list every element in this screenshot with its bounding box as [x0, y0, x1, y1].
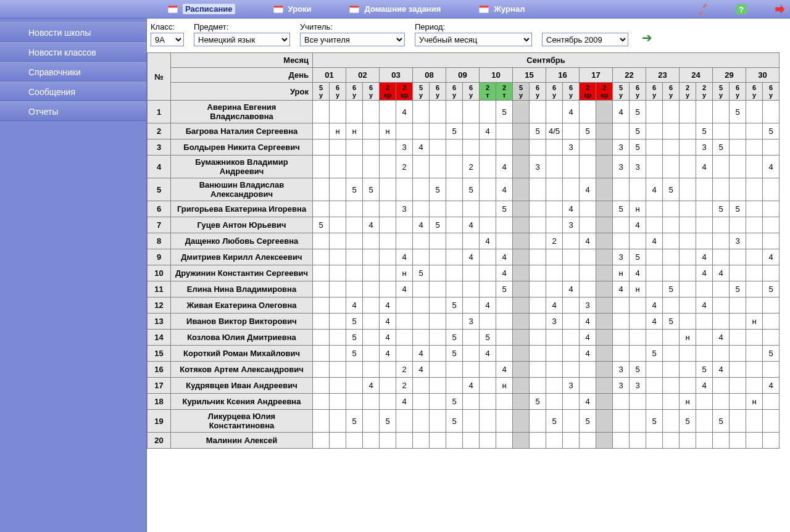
- grade-cell[interactable]: 4/5: [546, 123, 563, 139]
- grade-cell[interactable]: 2: [396, 156, 413, 178]
- grade-cell[interactable]: 5: [696, 362, 713, 378]
- grade-cell[interactable]: [746, 297, 763, 314]
- grade-cell[interactable]: [396, 123, 413, 139]
- grade-cell[interactable]: 5: [630, 123, 646, 139]
- grade-cell[interactable]: [546, 249, 563, 265]
- grade-cell[interactable]: [530, 265, 546, 281]
- grade-cell[interactable]: 4: [463, 217, 480, 233]
- grade-cell[interactable]: 4: [413, 139, 430, 156]
- grade-cell[interactable]: [413, 201, 430, 217]
- grade-cell[interactable]: [463, 297, 480, 314]
- grade-cell[interactable]: [596, 156, 613, 178]
- grade-cell[interactable]: [413, 378, 430, 394]
- grade-cell[interactable]: [680, 281, 696, 297]
- grade-cell[interactable]: [413, 101, 430, 123]
- grade-cell[interactable]: [480, 314, 496, 330]
- grade-cell[interactable]: [596, 394, 613, 410]
- grade-cell[interactable]: [513, 101, 530, 123]
- grade-cell[interactable]: [696, 281, 713, 297]
- grade-cell[interactable]: [596, 233, 613, 249]
- grade-cell[interactable]: [646, 249, 663, 265]
- grade-cell[interactable]: [463, 101, 480, 123]
- grade-cell[interactable]: 4: [496, 249, 513, 265]
- grade-cell[interactable]: [496, 123, 513, 139]
- grade-cell[interactable]: [696, 314, 713, 330]
- grade-cell[interactable]: 5: [446, 330, 463, 346]
- grade-cell[interactable]: [363, 433, 380, 449]
- grade-cell[interactable]: [730, 139, 746, 156]
- grade-cell[interactable]: 5: [580, 123, 596, 139]
- grade-cell[interactable]: [580, 156, 596, 178]
- grade-cell[interactable]: [346, 139, 363, 156]
- grade-cell[interactable]: [446, 156, 463, 178]
- grade-cell[interactable]: [563, 297, 580, 314]
- grade-cell[interactable]: [446, 233, 463, 249]
- grade-cell[interactable]: [663, 201, 680, 217]
- grade-cell[interactable]: [713, 433, 730, 449]
- grade-cell[interactable]: [430, 410, 446, 433]
- grade-cell[interactable]: 4: [396, 249, 413, 265]
- grade-cell[interactable]: 5: [763, 346, 780, 362]
- grade-cell[interactable]: 5: [496, 201, 513, 217]
- grade-cell[interactable]: 4: [613, 101, 630, 123]
- grade-cell[interactable]: [646, 433, 663, 449]
- grade-cell[interactable]: 5: [430, 217, 446, 233]
- grade-cell[interactable]: [380, 433, 396, 449]
- grade-cell[interactable]: [663, 233, 680, 249]
- grade-cell[interactable]: [430, 101, 446, 123]
- grade-cell[interactable]: 4: [763, 378, 780, 394]
- grade-cell[interactable]: [413, 314, 430, 330]
- grade-cell[interactable]: [663, 101, 680, 123]
- grade-cell[interactable]: [430, 330, 446, 346]
- grade-cell[interactable]: 4: [613, 281, 630, 297]
- grade-cell[interactable]: 5: [496, 101, 513, 123]
- grade-cell[interactable]: [480, 410, 496, 433]
- grade-cell[interactable]: [530, 217, 546, 233]
- grade-cell[interactable]: [346, 156, 363, 178]
- grade-cell[interactable]: [696, 346, 713, 362]
- grade-cell[interactable]: [663, 217, 680, 233]
- grade-cell[interactable]: [446, 101, 463, 123]
- grade-cell[interactable]: [680, 346, 696, 362]
- grade-cell[interactable]: 5: [530, 394, 546, 410]
- grade-cell[interactable]: [380, 249, 396, 265]
- grade-cell[interactable]: [513, 433, 530, 449]
- grade-cell[interactable]: 5: [446, 297, 463, 314]
- grade-cell[interactable]: [630, 314, 646, 330]
- grade-cell[interactable]: 5: [313, 217, 330, 233]
- grade-cell[interactable]: 5: [580, 410, 596, 433]
- grade-cell[interactable]: [313, 330, 330, 346]
- grade-cell[interactable]: [546, 156, 563, 178]
- grade-cell[interactable]: [380, 201, 396, 217]
- grade-cell[interactable]: 2: [396, 378, 413, 394]
- grade-cell[interactable]: [330, 330, 346, 346]
- grade-cell[interactable]: [380, 156, 396, 178]
- grade-cell[interactable]: 5: [380, 410, 396, 433]
- grade-cell[interactable]: [663, 378, 680, 394]
- grade-cell[interactable]: [430, 156, 446, 178]
- grade-cell[interactable]: 4: [580, 233, 596, 249]
- grade-cell[interactable]: [746, 249, 763, 265]
- grade-cell[interactable]: 4: [563, 281, 580, 297]
- grade-cell[interactable]: [363, 139, 380, 156]
- grade-cell[interactable]: [746, 281, 763, 297]
- grade-cell[interactable]: [546, 281, 563, 297]
- grade-cell[interactable]: [663, 394, 680, 410]
- grade-cell[interactable]: [480, 249, 496, 265]
- grade-cell[interactable]: [380, 281, 396, 297]
- grade-cell[interactable]: [496, 233, 513, 249]
- grade-cell[interactable]: [446, 281, 463, 297]
- grade-cell[interactable]: [513, 394, 530, 410]
- grade-cell[interactable]: 5: [446, 394, 463, 410]
- grade-cell[interactable]: [430, 378, 446, 394]
- grade-cell[interactable]: [563, 265, 580, 281]
- grade-cell[interactable]: [613, 297, 630, 314]
- grade-cell[interactable]: [446, 265, 463, 281]
- grade-cell[interactable]: [313, 362, 330, 378]
- grade-cell[interactable]: [480, 378, 496, 394]
- grade-cell[interactable]: [313, 346, 330, 362]
- grade-cell[interactable]: [513, 378, 530, 394]
- grade-cell[interactable]: [480, 281, 496, 297]
- grade-cell[interactable]: [363, 346, 380, 362]
- grade-cell[interactable]: [713, 378, 730, 394]
